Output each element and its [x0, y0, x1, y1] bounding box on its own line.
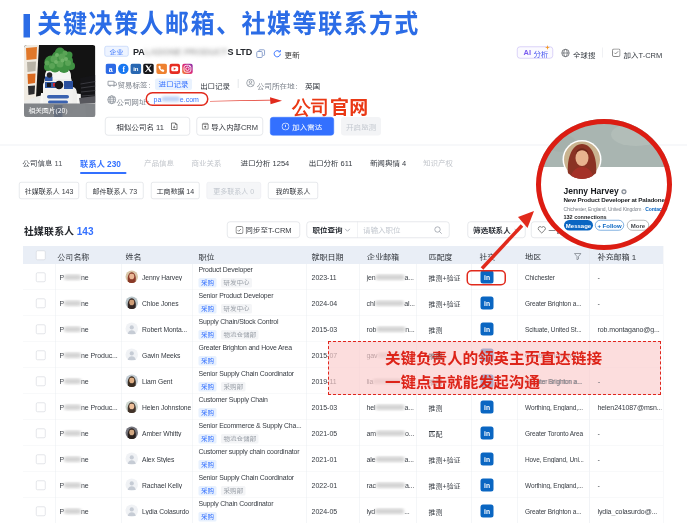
svg-text:in: in — [133, 66, 139, 72]
svg-text:相关图片(20): 相关图片(20) — [29, 105, 68, 115]
svg-text:a: a — [109, 66, 113, 73]
